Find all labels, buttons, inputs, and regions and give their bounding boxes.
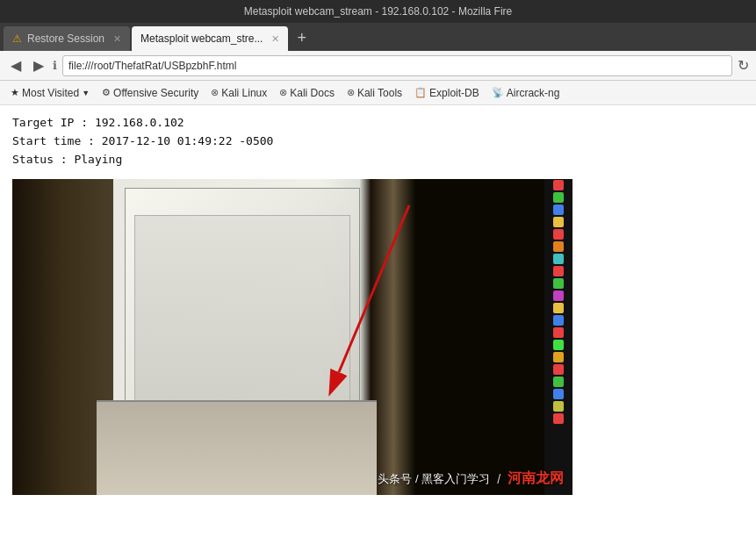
pixel-dot — [553, 340, 564, 350]
bookmark-most-visited[interactable]: ★ Most Visited ▼ — [5, 85, 95, 101]
kali-tools-icon: ⊗ — [347, 87, 355, 98]
pixel-dot — [553, 327, 564, 338]
target-label: Target IP — [12, 116, 81, 129]
title-bar: Metasploit webcam_stream - 192.168.0.102… — [0, 0, 756, 23]
status-row: Status : Playing — [12, 151, 744, 169]
bookmark-label: Aircrack-ng — [507, 87, 560, 99]
pixel-dot — [553, 315, 564, 326]
tab-label: Metasploit webcam_stre... — [140, 32, 263, 45]
window-title: Metasploit webcam_stream - 192.168.0.102… — [244, 5, 512, 18]
new-tab-button[interactable]: + — [290, 29, 313, 47]
webcam-frame: 头条号 / 黑客入门学习 / 河南龙网 — [12, 179, 572, 495]
webcam-monitor-base — [97, 400, 377, 495]
start-value: : 2017-12-10 01:49:22 -0500 — [88, 134, 273, 147]
watermark-text: 头条号 / 黑客入门学习 — [378, 471, 490, 487]
target-ip-row: Target IP : 192.168.0.102 — [12, 114, 744, 133]
forward-button[interactable]: ▶ — [30, 55, 47, 75]
pixel-dot — [553, 401, 564, 412]
back-button[interactable]: ◀ — [7, 55, 25, 75]
pixel-dot — [553, 192, 564, 203]
address-bar: ◀ ▶ ℹ ↻ — [0, 51, 756, 81]
tab-webcam-stream[interactable]: Metasploit webcam_stre... ✕ — [132, 26, 288, 51]
tab-restore-session[interactable]: ⚠ Restore Session ✕ — [4, 26, 130, 51]
status-value: : Playing — [61, 153, 122, 166]
bookmarks-bar: ★ Most Visited ▼ ⚙ Offensive Security ⊗ … — [0, 81, 756, 105]
pixel-dot — [553, 204, 564, 215]
tab-bar: ⚠ Restore Session ✕ Metasploit webcam_st… — [0, 23, 756, 51]
exploitdb-icon: 📋 — [414, 87, 427, 98]
start-time-row: Start time : 2017-12-10 01:49:22 -0500 — [12, 133, 744, 151]
watermark-red-text: 河南龙网 — [508, 470, 564, 488]
bookmark-label: Kali Tools — [357, 87, 402, 99]
pixel-dot — [553, 241, 564, 252]
webcam-right-strip — [544, 179, 572, 495]
kali-docs-icon: ⊗ — [279, 87, 287, 98]
pixel-dot — [553, 229, 564, 240]
bookmark-kali-docs[interactable]: ⊗ Kali Docs — [274, 85, 340, 101]
bookmark-label: Kali Docs — [290, 87, 335, 99]
info-icon: ℹ — [53, 59, 57, 72]
url-input[interactable] — [62, 55, 732, 76]
bookmark-offensive-security[interactable]: ⚙ Offensive Security — [97, 85, 204, 101]
page-content: Target IP : 192.168.0.102 Start time : 2… — [0, 105, 756, 545]
pixel-dot — [553, 266, 564, 276]
bookmark-aircrack-ng[interactable]: 📡 Aircrack-ng — [486, 85, 565, 101]
pixel-dot — [553, 389, 564, 399]
gear-icon: ⚙ — [102, 87, 111, 98]
bookmark-label: Kali Linux — [221, 87, 267, 99]
pixel-dot — [553, 364, 564, 375]
pixel-dot — [553, 278, 564, 289]
bookmark-label: Offensive Security — [113, 87, 198, 99]
start-label: Start time — [12, 134, 81, 147]
bookmark-kali-tools[interactable]: ⊗ Kali Tools — [342, 85, 407, 101]
status-label: Status — [12, 153, 61, 166]
target-value: : 192.168.0.102 — [81, 116, 184, 129]
pixel-dot — [553, 217, 564, 227]
bookmark-exploit-db[interactable]: 📋 Exploit-DB — [409, 85, 485, 101]
pixel-dot — [553, 180, 564, 190]
warning-icon: ⚠ — [12, 32, 22, 45]
tab-close-button[interactable]: ✕ — [271, 33, 279, 45]
kali-icon: ⊗ — [211, 87, 219, 98]
pixel-dot — [553, 352, 564, 362]
pixel-dot — [553, 254, 564, 264]
pixel-dot — [553, 290, 564, 301]
info-block: Target IP : 192.168.0.102 Start time : 2… — [0, 105, 756, 176]
bookmark-kali-linux[interactable]: ⊗ Kali Linux — [205, 85, 272, 101]
watermark: 头条号 / 黑客入门学习 / 河南龙网 — [378, 470, 564, 488]
pixel-dot — [553, 376, 564, 387]
pixel-dot — [553, 413, 564, 424]
star-icon: ★ — [11, 87, 19, 98]
bookmark-label: Exploit-DB — [429, 87, 479, 99]
tab-close-button[interactable]: ✕ — [113, 33, 121, 45]
aircrack-icon: 📡 — [492, 87, 504, 98]
dropdown-icon: ▼ — [82, 89, 90, 97]
pixel-dot — [553, 303, 564, 313]
reload-button[interactable]: ↻ — [738, 57, 749, 74]
tab-label: Restore Session — [27, 32, 104, 45]
bookmark-label: Most Visited — [22, 87, 79, 99]
